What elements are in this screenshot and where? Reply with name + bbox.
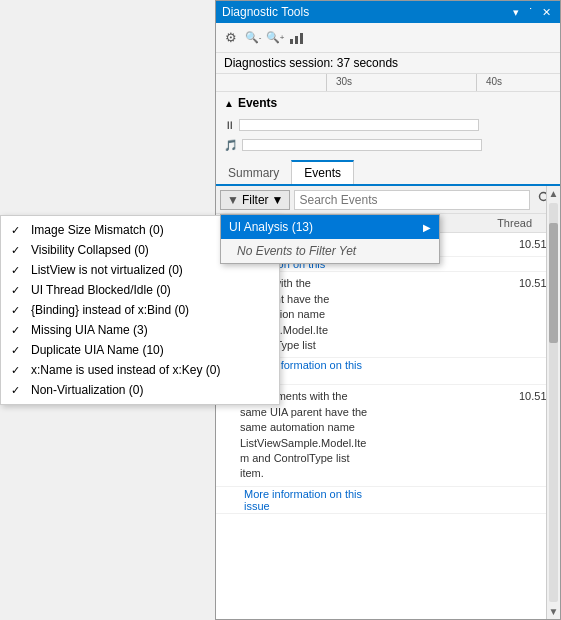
camera-icon[interactable]: 🎵 bbox=[224, 139, 238, 152]
svg-rect-1 bbox=[295, 36, 298, 44]
checkmark-icon: ✓ bbox=[11, 284, 23, 297]
settings-icon[interactable]: ⚙ bbox=[222, 29, 240, 47]
checkmark-icon: ✓ bbox=[11, 304, 23, 317]
tick-40s: 40s bbox=[486, 76, 502, 87]
filter-label: Filter bbox=[242, 193, 269, 207]
collapse-icon: ▲ bbox=[224, 98, 234, 109]
filter-item-label: Non-Virtualization (0) bbox=[31, 383, 144, 397]
event-control-row-2: 🎵 bbox=[224, 136, 552, 154]
titlebar-controls: ▾ ᐝ ✕ bbox=[510, 6, 554, 19]
list-item[interactable]: ✓ {Binding} instead of x:Bind (0) bbox=[1, 300, 279, 320]
event-bar-2 bbox=[242, 139, 482, 151]
filter-item-label: Image Size Mismatch (0) bbox=[31, 223, 164, 237]
event-content: ments with theIA parent have theautomati… bbox=[240, 276, 513, 353]
filter-item-label: Duplicate UIA Name (10) bbox=[31, 343, 164, 357]
dropdown-menu: UI Analysis (13) ▶ No Events to Filter Y… bbox=[220, 214, 440, 264]
checkmark-icon: ✓ bbox=[11, 344, 23, 357]
panel-titlebar: Diagnostic Tools ▾ ᐝ ✕ bbox=[216, 1, 560, 23]
checkmark-icon: ✓ bbox=[11, 244, 23, 257]
more-info-link-2[interactable]: More information on thisissue bbox=[244, 359, 552, 383]
checkmark-icon: ✓ bbox=[11, 264, 23, 277]
event-control-row-1: ⏸ bbox=[224, 116, 552, 134]
timeline-ruler: 30s 40s bbox=[216, 74, 560, 92]
panel-title: Diagnostic Tools bbox=[222, 5, 309, 19]
events-section: ▲ Events ⏸ 🎵 bbox=[216, 92, 560, 162]
filter-item-label: UI Thread Blocked/Idle (0) bbox=[31, 283, 171, 297]
session-label: Diagnostics session: 37 seconds bbox=[224, 56, 398, 70]
svg-rect-2 bbox=[300, 33, 303, 44]
event-content: More information on thisissue bbox=[244, 488, 552, 512]
svg-rect-0 bbox=[290, 39, 293, 44]
checkmark-icon: ✓ bbox=[11, 364, 23, 377]
event-bar-1 bbox=[239, 119, 479, 131]
unpin-button[interactable]: ᐝ bbox=[526, 6, 535, 19]
session-bar: Diagnostics session: 37 seconds bbox=[216, 53, 560, 74]
scroll-up-arrow[interactable]: ▲ bbox=[547, 186, 560, 201]
search-input[interactable] bbox=[294, 190, 530, 210]
list-item[interactable]: ✓ Duplicate UIA Name (10) bbox=[1, 340, 279, 360]
tick-30s: 30s bbox=[336, 76, 352, 87]
event-text: UIA Elements with thesame UIA parent hav… bbox=[240, 389, 513, 481]
filter-item-label: {Binding} instead of x:Bind (0) bbox=[31, 303, 189, 317]
zoom-in-icon[interactable]: 🔍+ bbox=[266, 29, 284, 47]
list-item[interactable]: ✓ UI Thread Blocked/Idle (0) bbox=[1, 280, 279, 300]
filter-button[interactable]: ▼ Filter ▼ bbox=[220, 190, 290, 210]
submenu-arrow: ▶ bbox=[423, 222, 431, 233]
dropdown-item-label: UI Analysis (13) bbox=[229, 220, 313, 234]
event-text: ments with theIA parent have theautomati… bbox=[240, 276, 513, 353]
filter-bar: ▼ Filter ▼ bbox=[216, 186, 560, 214]
dropdown-item-no-events: No Events to Filter Yet bbox=[221, 239, 439, 263]
filter-item-label: Missing UIA Name (3) bbox=[31, 323, 148, 337]
pin-button[interactable]: ▾ bbox=[510, 6, 522, 19]
tabs-bar: Summary Events bbox=[216, 162, 560, 186]
list-item[interactable]: ✓ Non-Virtualization (0) bbox=[1, 380, 279, 400]
filter-item-label: x:Name is used instead of x:Key (0) bbox=[31, 363, 220, 377]
filter-item-label: Visibility Collapsed (0) bbox=[31, 243, 149, 257]
chart-icon[interactable] bbox=[288, 29, 306, 47]
more-info-link-3[interactable]: More information on thisissue bbox=[244, 488, 552, 512]
scroll-thumb[interactable] bbox=[549, 223, 558, 343]
panel-toolbar: ⚙ 🔍- 🔍+ bbox=[216, 23, 560, 53]
zoom-out-icon[interactable]: 🔍- bbox=[244, 29, 262, 47]
events-section-label: Events bbox=[238, 96, 277, 110]
tab-summary[interactable]: Summary bbox=[216, 162, 291, 184]
scrollbar[interactable]: ▲ ▼ bbox=[546, 186, 560, 619]
pause-icon[interactable]: ⏸ bbox=[224, 119, 235, 131]
dropdown-item-ui-analysis[interactable]: UI Analysis (13) ▶ bbox=[221, 215, 439, 239]
filter-dropdown-arrow: ▼ bbox=[272, 193, 284, 207]
table-row: More information on thisissue bbox=[216, 487, 560, 514]
list-item[interactable]: ✓ Missing UIA Name (3) bbox=[1, 320, 279, 340]
tab-events[interactable]: Events bbox=[291, 160, 354, 184]
events-controls: ⏸ 🎵 bbox=[216, 114, 560, 156]
filter-item-label: ListView is not virtualized (0) bbox=[31, 263, 183, 277]
event-content: UIA Elements with thesame UIA parent hav… bbox=[240, 389, 513, 481]
checkmark-icon: ✓ bbox=[11, 384, 23, 397]
close-button[interactable]: ✕ bbox=[539, 6, 554, 19]
scroll-down-arrow[interactable]: ▼ bbox=[547, 604, 560, 619]
list-item[interactable]: ✓ x:Name is used instead of x:Key (0) bbox=[1, 360, 279, 380]
thread-column-header: Thread bbox=[497, 217, 552, 229]
checkmark-icon: ✓ bbox=[11, 224, 23, 237]
checkmark-icon: ✓ bbox=[11, 324, 23, 337]
filter-icon: ▼ bbox=[227, 193, 239, 207]
events-section-header[interactable]: ▲ Events bbox=[216, 92, 560, 114]
event-content: More information on thisissue bbox=[244, 359, 552, 383]
